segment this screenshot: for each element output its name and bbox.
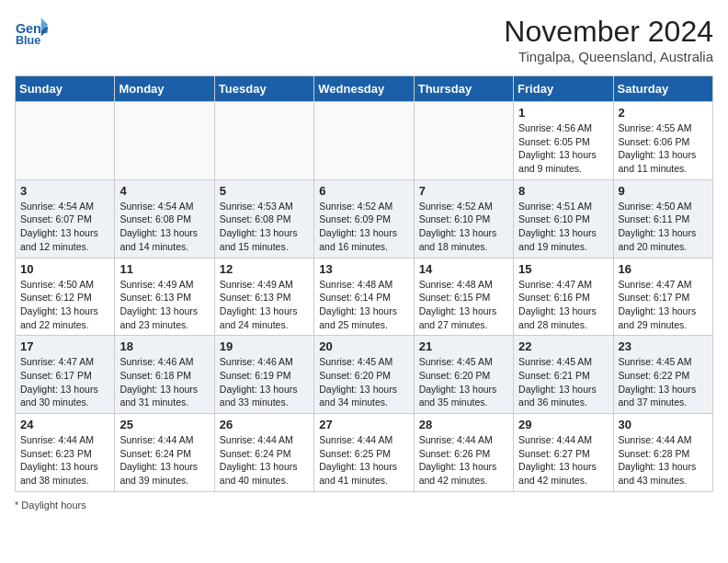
day-number: 11 (119, 262, 209, 276)
day-info: Sunrise: 4:54 AM Sunset: 6:07 PM Dayligh… (20, 200, 109, 254)
day-info: Sunrise: 4:44 AM Sunset: 6:28 PM Dayligh… (619, 433, 708, 488)
day-number: 21 (419, 339, 508, 353)
day-number: 9 (619, 184, 708, 198)
day-info: Sunrise: 4:49 AM Sunset: 6:13 PM Dayligh… (119, 278, 209, 332)
day-cell: 26Sunrise: 4:44 AM Sunset: 6:24 PM Dayli… (214, 414, 313, 492)
day-number: 27 (319, 418, 408, 431)
day-cell: 24Sunrise: 4:44 AM Sunset: 6:23 PM Dayli… (16, 414, 115, 492)
day-cell: 16Sunrise: 4:47 AM Sunset: 6:17 PM Dayli… (613, 258, 712, 336)
footer: * Daylight hours (15, 500, 713, 511)
day-number: 5 (220, 184, 309, 198)
day-cell: 4Sunrise: 4:54 AM Sunset: 6:08 PM Daylig… (115, 179, 214, 258)
day-info: Sunrise: 4:44 AM Sunset: 6:26 PM Dayligh… (419, 433, 508, 488)
day-cell (16, 102, 115, 180)
col-header-friday: Friday (514, 76, 613, 102)
day-info: Sunrise: 4:56 AM Sunset: 6:05 PM Dayligh… (518, 121, 608, 176)
day-info: Sunrise: 4:45 AM Sunset: 6:20 PM Dayligh… (419, 355, 508, 409)
calendar-table: SundayMondayTuesdayWednesdayThursdayFrid… (15, 75, 713, 492)
day-info: Sunrise: 4:44 AM Sunset: 6:25 PM Dayligh… (319, 433, 408, 488)
day-info: Sunrise: 4:51 AM Sunset: 6:10 PM Dayligh… (518, 200, 608, 254)
day-cell: 27Sunrise: 4:44 AM Sunset: 6:25 PM Dayli… (314, 414, 414, 492)
svg-text:Blue: Blue (16, 34, 40, 47)
day-number: 4 (119, 184, 209, 198)
day-number: 3 (20, 184, 109, 198)
day-number: 18 (119, 339, 209, 353)
week-row-1: 1Sunrise: 4:56 AM Sunset: 6:05 PM Daylig… (16, 102, 713, 180)
day-info: Sunrise: 4:54 AM Sunset: 6:08 PM Dayligh… (119, 200, 209, 254)
day-cell: 6Sunrise: 4:52 AM Sunset: 6:09 PM Daylig… (314, 179, 414, 258)
day-cell: 1Sunrise: 4:56 AM Sunset: 6:05 PM Daylig… (514, 102, 613, 180)
day-number: 8 (518, 184, 608, 198)
day-info: Sunrise: 4:50 AM Sunset: 6:12 PM Dayligh… (20, 278, 109, 332)
col-header-saturday: Saturday (613, 76, 712, 102)
day-info: Sunrise: 4:44 AM Sunset: 6:23 PM Dayligh… (20, 433, 109, 488)
day-number: 22 (518, 339, 608, 353)
page-header: General Blue November 2024 Tingalpa, Que… (15, 15, 713, 64)
week-row-5: 24Sunrise: 4:44 AM Sunset: 6:23 PM Dayli… (16, 414, 713, 492)
week-row-2: 3Sunrise: 4:54 AM Sunset: 6:07 PM Daylig… (16, 179, 713, 258)
day-number: 12 (220, 262, 309, 276)
day-number: 14 (419, 262, 508, 276)
col-header-sunday: Sunday (16, 76, 115, 102)
day-cell: 11Sunrise: 4:49 AM Sunset: 6:13 PM Dayli… (115, 258, 214, 336)
day-cell: 17Sunrise: 4:47 AM Sunset: 6:17 PM Dayli… (16, 336, 115, 414)
day-info: Sunrise: 4:49 AM Sunset: 6:13 PM Dayligh… (220, 278, 309, 332)
logo-icon: General Blue (15, 15, 48, 48)
day-cell: 23Sunrise: 4:45 AM Sunset: 6:22 PM Dayli… (613, 336, 712, 414)
day-info: Sunrise: 4:48 AM Sunset: 6:14 PM Dayligh… (319, 278, 408, 332)
day-number: 6 (319, 184, 408, 198)
day-info: Sunrise: 4:50 AM Sunset: 6:11 PM Dayligh… (619, 200, 708, 254)
col-header-monday: Monday (115, 76, 214, 102)
day-number: 7 (419, 184, 508, 198)
day-info: Sunrise: 4:55 AM Sunset: 6:06 PM Dayligh… (619, 121, 708, 176)
day-number: 26 (220, 418, 309, 431)
day-cell: 22Sunrise: 4:45 AM Sunset: 6:21 PM Dayli… (514, 336, 613, 414)
header-row: SundayMondayTuesdayWednesdayThursdayFrid… (16, 76, 713, 102)
day-number: 1 (518, 106, 608, 120)
week-row-3: 10Sunrise: 4:50 AM Sunset: 6:12 PM Dayli… (16, 258, 713, 336)
day-cell: 13Sunrise: 4:48 AM Sunset: 6:14 PM Dayli… (314, 258, 414, 336)
day-cell: 14Sunrise: 4:48 AM Sunset: 6:15 PM Dayli… (414, 258, 513, 336)
day-info: Sunrise: 4:52 AM Sunset: 6:10 PM Dayligh… (419, 200, 508, 254)
day-cell: 29Sunrise: 4:44 AM Sunset: 6:27 PM Dayli… (514, 414, 613, 492)
day-number: 23 (619, 339, 708, 353)
day-info: Sunrise: 4:45 AM Sunset: 6:20 PM Dayligh… (319, 355, 408, 409)
day-info: Sunrise: 4:47 AM Sunset: 6:17 PM Dayligh… (619, 278, 708, 332)
day-cell: 5Sunrise: 4:53 AM Sunset: 6:08 PM Daylig… (214, 179, 313, 258)
day-info: Sunrise: 4:47 AM Sunset: 6:17 PM Dayligh… (20, 355, 109, 409)
day-cell: 10Sunrise: 4:50 AM Sunset: 6:12 PM Dayli… (16, 258, 115, 336)
day-cell (115, 102, 214, 180)
day-cell: 21Sunrise: 4:45 AM Sunset: 6:20 PM Dayli… (414, 336, 513, 414)
day-info: Sunrise: 4:46 AM Sunset: 6:18 PM Dayligh… (119, 355, 209, 409)
title-block: November 2024 Tingalpa, Queensland, Aust… (504, 15, 713, 64)
day-number: 30 (619, 418, 708, 431)
location: Tingalpa, Queensland, Australia (504, 49, 713, 64)
day-cell (414, 102, 513, 180)
day-number: 20 (319, 339, 408, 353)
day-cell (314, 102, 414, 180)
month-year: November 2024 (504, 15, 713, 49)
day-number: 28 (419, 418, 508, 431)
day-info: Sunrise: 4:53 AM Sunset: 6:08 PM Dayligh… (220, 200, 309, 254)
day-number: 19 (220, 339, 309, 353)
day-cell: 15Sunrise: 4:47 AM Sunset: 6:16 PM Dayli… (514, 258, 613, 336)
day-info: Sunrise: 4:44 AM Sunset: 6:24 PM Dayligh… (119, 433, 209, 488)
day-cell: 25Sunrise: 4:44 AM Sunset: 6:24 PM Dayli… (115, 414, 214, 492)
daylight-label: Daylight hours (21, 500, 85, 511)
week-row-4: 17Sunrise: 4:47 AM Sunset: 6:17 PM Dayli… (16, 336, 713, 414)
day-cell: 19Sunrise: 4:46 AM Sunset: 6:19 PM Dayli… (214, 336, 313, 414)
day-cell: 8Sunrise: 4:51 AM Sunset: 6:10 PM Daylig… (514, 179, 613, 258)
day-number: 16 (619, 262, 708, 276)
day-cell: 28Sunrise: 4:44 AM Sunset: 6:26 PM Dayli… (414, 414, 513, 492)
day-info: Sunrise: 4:52 AM Sunset: 6:09 PM Dayligh… (319, 200, 408, 254)
day-cell: 30Sunrise: 4:44 AM Sunset: 6:28 PM Dayli… (613, 414, 712, 492)
day-info: Sunrise: 4:48 AM Sunset: 6:15 PM Dayligh… (419, 278, 508, 332)
day-number: 17 (20, 339, 109, 353)
col-header-thursday: Thursday (414, 76, 513, 102)
day-cell: 18Sunrise: 4:46 AM Sunset: 6:18 PM Dayli… (115, 336, 214, 414)
day-cell: 20Sunrise: 4:45 AM Sunset: 6:20 PM Dayli… (314, 336, 414, 414)
day-info: Sunrise: 4:44 AM Sunset: 6:24 PM Dayligh… (220, 433, 309, 488)
day-info: Sunrise: 4:45 AM Sunset: 6:22 PM Dayligh… (619, 355, 708, 409)
day-info: Sunrise: 4:46 AM Sunset: 6:19 PM Dayligh… (220, 355, 309, 409)
day-number: 29 (518, 418, 608, 431)
